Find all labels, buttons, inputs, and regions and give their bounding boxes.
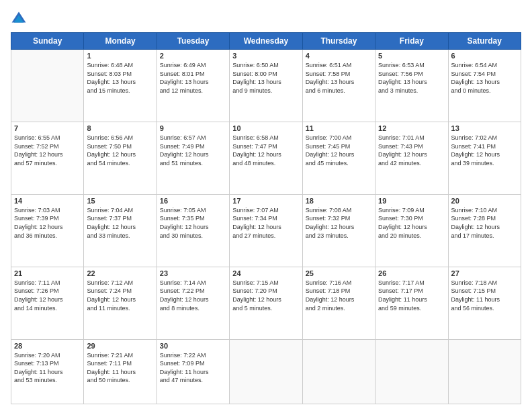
cell-info: Sunrise: 6:55 AM Sunset: 7:52 PM Dayligh… <box>14 134 81 167</box>
day-number: 13 <box>451 124 518 132</box>
day-number: 23 <box>160 269 226 277</box>
day-number: 27 <box>451 269 518 277</box>
day-number: 4 <box>306 52 372 60</box>
day-number: 3 <box>232 52 299 60</box>
calendar-cell: 30Sunrise: 7:22 AM Sunset: 7:09 PM Dayli… <box>157 339 229 404</box>
weekday-header-row: SundayMondayTuesdayWednesdayThursdayFrid… <box>11 33 521 50</box>
logo-icon <box>11 11 27 27</box>
day-number: 16 <box>160 197 226 205</box>
calendar-cell: 22Sunrise: 7:12 AM Sunset: 7:24 PM Dayli… <box>84 267 157 339</box>
day-number: 19 <box>378 197 445 205</box>
week-row-0: 1Sunrise: 6:48 AM Sunset: 8:03 PM Daylig… <box>11 50 521 122</box>
day-number: 25 <box>306 269 372 277</box>
calendar-cell: 9Sunrise: 6:57 AM Sunset: 7:49 PM Daylig… <box>157 122 229 194</box>
calendar-cell <box>448 339 521 404</box>
day-number: 10 <box>232 124 299 132</box>
cell-info: Sunrise: 7:02 AM Sunset: 7:41 PM Dayligh… <box>451 134 518 167</box>
cell-info: Sunrise: 6:50 AM Sunset: 8:00 PM Dayligh… <box>232 61 299 95</box>
cell-info: Sunrise: 7:17 AM Sunset: 7:17 PM Dayligh… <box>378 279 445 312</box>
calendar-cell: 20Sunrise: 7:10 AM Sunset: 7:28 PM Dayli… <box>448 194 521 267</box>
calendar-cell <box>302 339 375 404</box>
week-row-2: 14Sunrise: 7:03 AM Sunset: 7:39 PM Dayli… <box>11 194 521 267</box>
calendar-cell: 21Sunrise: 7:11 AM Sunset: 7:26 PM Dayli… <box>11 267 84 339</box>
calendar-cell: 19Sunrise: 7:09 AM Sunset: 7:30 PM Dayli… <box>375 194 448 267</box>
cell-info: Sunrise: 6:54 AM Sunset: 7:54 PM Dayligh… <box>451 61 518 95</box>
calendar-cell: 3Sunrise: 6:50 AM Sunset: 8:00 PM Daylig… <box>230 50 302 122</box>
calendar-cell: 15Sunrise: 7:04 AM Sunset: 7:37 PM Dayli… <box>84 194 157 267</box>
day-number: 1 <box>87 52 153 60</box>
day-number: 20 <box>451 197 518 205</box>
day-number: 22 <box>87 269 153 277</box>
cell-info: Sunrise: 7:22 AM Sunset: 7:09 PM Dayligh… <box>160 351 226 385</box>
day-number: 6 <box>451 52 518 60</box>
day-number: 21 <box>14 269 81 277</box>
calendar-cell: 16Sunrise: 7:05 AM Sunset: 7:35 PM Dayli… <box>157 194 229 267</box>
day-number: 12 <box>378 124 445 132</box>
calendar-cell: 26Sunrise: 7:17 AM Sunset: 7:17 PM Dayli… <box>375 267 448 339</box>
calendar-cell <box>11 50 84 122</box>
calendar-cell <box>230 339 302 404</box>
weekday-header-monday: Monday <box>84 33 157 50</box>
cell-info: Sunrise: 6:57 AM Sunset: 7:49 PM Dayligh… <box>160 134 226 167</box>
calendar-cell: 28Sunrise: 7:20 AM Sunset: 7:13 PM Dayli… <box>11 339 84 404</box>
day-number: 7 <box>14 124 81 132</box>
weekday-header-friday: Friday <box>375 33 448 50</box>
cell-info: Sunrise: 6:53 AM Sunset: 7:56 PM Dayligh… <box>378 61 445 95</box>
header <box>11 11 521 27</box>
day-number: 8 <box>87 124 153 132</box>
day-number: 15 <box>87 197 153 205</box>
cell-info: Sunrise: 7:04 AM Sunset: 7:37 PM Dayligh… <box>87 206 153 240</box>
calendar-cell: 17Sunrise: 7:07 AM Sunset: 7:34 PM Dayli… <box>230 194 302 267</box>
cell-info: Sunrise: 7:21 AM Sunset: 7:11 PM Dayligh… <box>87 351 153 385</box>
calendar-cell: 4Sunrise: 6:51 AM Sunset: 7:58 PM Daylig… <box>302 50 375 122</box>
calendar-cell: 2Sunrise: 6:49 AM Sunset: 8:01 PM Daylig… <box>157 50 229 122</box>
day-number: 2 <box>160 52 226 60</box>
cell-info: Sunrise: 6:58 AM Sunset: 7:47 PM Dayligh… <box>232 134 299 167</box>
calendar-cell: 14Sunrise: 7:03 AM Sunset: 7:39 PM Dayli… <box>11 194 84 267</box>
calendar-cell: 23Sunrise: 7:14 AM Sunset: 7:22 PM Dayli… <box>157 267 229 339</box>
cell-info: Sunrise: 6:48 AM Sunset: 8:03 PM Dayligh… <box>87 61 153 95</box>
calendar-cell: 18Sunrise: 7:08 AM Sunset: 7:32 PM Dayli… <box>302 194 375 267</box>
cell-info: Sunrise: 7:00 AM Sunset: 7:45 PM Dayligh… <box>306 134 372 167</box>
calendar-cell: 8Sunrise: 6:56 AM Sunset: 7:50 PM Daylig… <box>84 122 157 194</box>
cell-info: Sunrise: 7:12 AM Sunset: 7:24 PM Dayligh… <box>87 279 153 312</box>
cell-info: Sunrise: 6:56 AM Sunset: 7:50 PM Dayligh… <box>87 134 153 167</box>
day-number: 14 <box>14 197 81 205</box>
cell-info: Sunrise: 6:49 AM Sunset: 8:01 PM Dayligh… <box>160 61 226 95</box>
calendar-cell: 25Sunrise: 7:16 AM Sunset: 7:18 PM Dayli… <box>302 267 375 339</box>
cell-info: Sunrise: 7:10 AM Sunset: 7:28 PM Dayligh… <box>451 206 518 240</box>
calendar-cell: 13Sunrise: 7:02 AM Sunset: 7:41 PM Dayli… <box>448 122 521 194</box>
cell-info: Sunrise: 7:20 AM Sunset: 7:13 PM Dayligh… <box>14 351 81 385</box>
cell-info: Sunrise: 7:05 AM Sunset: 7:35 PM Dayligh… <box>160 206 226 240</box>
weekday-header-wednesday: Wednesday <box>230 33 302 50</box>
page: SundayMondayTuesdayWednesdayThursdayFrid… <box>0 0 532 411</box>
day-number: 29 <box>87 342 153 350</box>
calendar-cell <box>375 339 448 404</box>
day-number: 17 <box>232 197 299 205</box>
weekday-header-saturday: Saturday <box>448 33 521 50</box>
day-number: 9 <box>160 124 226 132</box>
cell-info: Sunrise: 7:16 AM Sunset: 7:18 PM Dayligh… <box>306 279 372 312</box>
week-row-1: 7Sunrise: 6:55 AM Sunset: 7:52 PM Daylig… <box>11 122 521 194</box>
week-row-3: 21Sunrise: 7:11 AM Sunset: 7:26 PM Dayli… <box>11 267 521 339</box>
logo <box>11 11 30 27</box>
day-number: 30 <box>160 342 226 350</box>
calendar-cell: 29Sunrise: 7:21 AM Sunset: 7:11 PM Dayli… <box>84 339 157 404</box>
calendar-cell: 7Sunrise: 6:55 AM Sunset: 7:52 PM Daylig… <box>11 122 84 194</box>
week-row-4: 28Sunrise: 7:20 AM Sunset: 7:13 PM Dayli… <box>11 339 521 404</box>
weekday-header-tuesday: Tuesday <box>157 33 229 50</box>
day-number: 26 <box>378 269 445 277</box>
calendar-cell: 27Sunrise: 7:18 AM Sunset: 7:15 PM Dayli… <box>448 267 521 339</box>
calendar-cell: 5Sunrise: 6:53 AM Sunset: 7:56 PM Daylig… <box>375 50 448 122</box>
cell-info: Sunrise: 7:08 AM Sunset: 7:32 PM Dayligh… <box>306 206 372 240</box>
calendar-cell: 11Sunrise: 7:00 AM Sunset: 7:45 PM Dayli… <box>302 122 375 194</box>
calendar-cell: 6Sunrise: 6:54 AM Sunset: 7:54 PM Daylig… <box>448 50 521 122</box>
cell-info: Sunrise: 7:09 AM Sunset: 7:30 PM Dayligh… <box>378 206 445 240</box>
weekday-header-sunday: Sunday <box>11 33 84 50</box>
calendar-cell: 1Sunrise: 6:48 AM Sunset: 8:03 PM Daylig… <box>84 50 157 122</box>
cell-info: Sunrise: 7:03 AM Sunset: 7:39 PM Dayligh… <box>14 206 81 240</box>
cell-info: Sunrise: 7:07 AM Sunset: 7:34 PM Dayligh… <box>232 206 299 240</box>
cell-info: Sunrise: 7:15 AM Sunset: 7:20 PM Dayligh… <box>232 279 299 312</box>
calendar-cell: 12Sunrise: 7:01 AM Sunset: 7:43 PM Dayli… <box>375 122 448 194</box>
cell-info: Sunrise: 6:51 AM Sunset: 7:58 PM Dayligh… <box>306 61 372 95</box>
